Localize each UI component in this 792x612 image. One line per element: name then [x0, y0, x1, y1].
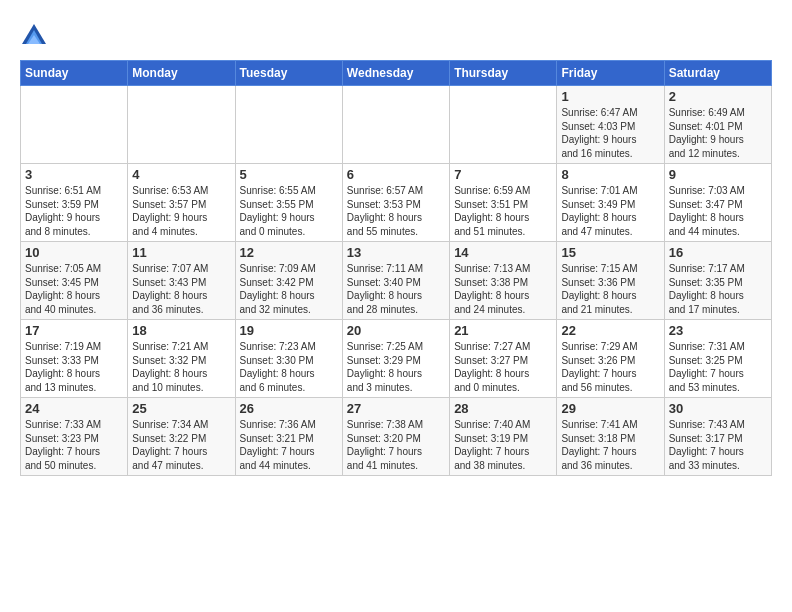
- calendar-week-row: 17Sunrise: 7:19 AM Sunset: 3:33 PM Dayli…: [21, 320, 772, 398]
- day-number: 8: [561, 167, 659, 182]
- day-info: Sunrise: 6:47 AM Sunset: 4:03 PM Dayligh…: [561, 106, 659, 160]
- day-number: 27: [347, 401, 445, 416]
- calendar-cell: 22Sunrise: 7:29 AM Sunset: 3:26 PM Dayli…: [557, 320, 664, 398]
- day-number: 5: [240, 167, 338, 182]
- calendar-cell: 18Sunrise: 7:21 AM Sunset: 3:32 PM Dayli…: [128, 320, 235, 398]
- calendar-week-row: 10Sunrise: 7:05 AM Sunset: 3:45 PM Dayli…: [21, 242, 772, 320]
- day-number: 2: [669, 89, 767, 104]
- day-number: 7: [454, 167, 552, 182]
- day-number: 25: [132, 401, 230, 416]
- day-info: Sunrise: 6:49 AM Sunset: 4:01 PM Dayligh…: [669, 106, 767, 160]
- day-info: Sunrise: 7:07 AM Sunset: 3:43 PM Dayligh…: [132, 262, 230, 316]
- day-info: Sunrise: 7:01 AM Sunset: 3:49 PM Dayligh…: [561, 184, 659, 238]
- day-info: Sunrise: 7:09 AM Sunset: 3:42 PM Dayligh…: [240, 262, 338, 316]
- calendar-cell: 3Sunrise: 6:51 AM Sunset: 3:59 PM Daylig…: [21, 164, 128, 242]
- day-number: 3: [25, 167, 123, 182]
- calendar-cell: 23Sunrise: 7:31 AM Sunset: 3:25 PM Dayli…: [664, 320, 771, 398]
- calendar-cell: 11Sunrise: 7:07 AM Sunset: 3:43 PM Dayli…: [128, 242, 235, 320]
- calendar-cell: 2Sunrise: 6:49 AM Sunset: 4:01 PM Daylig…: [664, 86, 771, 164]
- day-info: Sunrise: 6:57 AM Sunset: 3:53 PM Dayligh…: [347, 184, 445, 238]
- calendar-cell: 25Sunrise: 7:34 AM Sunset: 3:22 PM Dayli…: [128, 398, 235, 476]
- day-number: 24: [25, 401, 123, 416]
- calendar-week-row: 24Sunrise: 7:33 AM Sunset: 3:23 PM Dayli…: [21, 398, 772, 476]
- header-sunday: Sunday: [21, 61, 128, 86]
- calendar-cell: 9Sunrise: 7:03 AM Sunset: 3:47 PM Daylig…: [664, 164, 771, 242]
- calendar-cell: 27Sunrise: 7:38 AM Sunset: 3:20 PM Dayli…: [342, 398, 449, 476]
- calendar-week-row: 3Sunrise: 6:51 AM Sunset: 3:59 PM Daylig…: [21, 164, 772, 242]
- logo: [20, 22, 52, 50]
- header-monday: Monday: [128, 61, 235, 86]
- calendar-cell: 15Sunrise: 7:15 AM Sunset: 3:36 PM Dayli…: [557, 242, 664, 320]
- calendar-cell: 10Sunrise: 7:05 AM Sunset: 3:45 PM Dayli…: [21, 242, 128, 320]
- calendar-cell: 29Sunrise: 7:41 AM Sunset: 3:18 PM Dayli…: [557, 398, 664, 476]
- day-info: Sunrise: 7:15 AM Sunset: 3:36 PM Dayligh…: [561, 262, 659, 316]
- calendar-cell: [450, 86, 557, 164]
- calendar-cell: 1Sunrise: 6:47 AM Sunset: 4:03 PM Daylig…: [557, 86, 664, 164]
- header-wednesday: Wednesday: [342, 61, 449, 86]
- day-info: Sunrise: 7:19 AM Sunset: 3:33 PM Dayligh…: [25, 340, 123, 394]
- day-info: Sunrise: 7:33 AM Sunset: 3:23 PM Dayligh…: [25, 418, 123, 472]
- calendar-cell: [235, 86, 342, 164]
- day-info: Sunrise: 7:36 AM Sunset: 3:21 PM Dayligh…: [240, 418, 338, 472]
- calendar-cell: 28Sunrise: 7:40 AM Sunset: 3:19 PM Dayli…: [450, 398, 557, 476]
- day-number: 29: [561, 401, 659, 416]
- logo-icon: [20, 22, 48, 50]
- day-info: Sunrise: 7:21 AM Sunset: 3:32 PM Dayligh…: [132, 340, 230, 394]
- day-number: 22: [561, 323, 659, 338]
- day-number: 30: [669, 401, 767, 416]
- day-number: 14: [454, 245, 552, 260]
- calendar-table: SundayMondayTuesdayWednesdayThursdayFrid…: [20, 60, 772, 476]
- day-number: 12: [240, 245, 338, 260]
- calendar-week-row: 1Sunrise: 6:47 AM Sunset: 4:03 PM Daylig…: [21, 86, 772, 164]
- calendar-cell: 5Sunrise: 6:55 AM Sunset: 3:55 PM Daylig…: [235, 164, 342, 242]
- day-info: Sunrise: 7:38 AM Sunset: 3:20 PM Dayligh…: [347, 418, 445, 472]
- calendar-header-row: SundayMondayTuesdayWednesdayThursdayFrid…: [21, 61, 772, 86]
- day-info: Sunrise: 7:34 AM Sunset: 3:22 PM Dayligh…: [132, 418, 230, 472]
- header-saturday: Saturday: [664, 61, 771, 86]
- day-info: Sunrise: 7:31 AM Sunset: 3:25 PM Dayligh…: [669, 340, 767, 394]
- calendar-cell: 13Sunrise: 7:11 AM Sunset: 3:40 PM Dayli…: [342, 242, 449, 320]
- day-info: Sunrise: 7:03 AM Sunset: 3:47 PM Dayligh…: [669, 184, 767, 238]
- calendar-cell: 7Sunrise: 6:59 AM Sunset: 3:51 PM Daylig…: [450, 164, 557, 242]
- day-info: Sunrise: 7:13 AM Sunset: 3:38 PM Dayligh…: [454, 262, 552, 316]
- day-info: Sunrise: 7:29 AM Sunset: 3:26 PM Dayligh…: [561, 340, 659, 394]
- calendar-cell: 4Sunrise: 6:53 AM Sunset: 3:57 PM Daylig…: [128, 164, 235, 242]
- day-number: 28: [454, 401, 552, 416]
- day-number: 11: [132, 245, 230, 260]
- day-number: 16: [669, 245, 767, 260]
- day-number: 23: [669, 323, 767, 338]
- calendar-cell: 6Sunrise: 6:57 AM Sunset: 3:53 PM Daylig…: [342, 164, 449, 242]
- calendar-cell: [21, 86, 128, 164]
- day-info: Sunrise: 7:25 AM Sunset: 3:29 PM Dayligh…: [347, 340, 445, 394]
- header-tuesday: Tuesday: [235, 61, 342, 86]
- day-number: 20: [347, 323, 445, 338]
- day-info: Sunrise: 6:55 AM Sunset: 3:55 PM Dayligh…: [240, 184, 338, 238]
- calendar-cell: 16Sunrise: 7:17 AM Sunset: 3:35 PM Dayli…: [664, 242, 771, 320]
- day-info: Sunrise: 6:59 AM Sunset: 3:51 PM Dayligh…: [454, 184, 552, 238]
- day-number: 4: [132, 167, 230, 182]
- day-info: Sunrise: 6:53 AM Sunset: 3:57 PM Dayligh…: [132, 184, 230, 238]
- calendar-cell: [342, 86, 449, 164]
- day-number: 19: [240, 323, 338, 338]
- day-number: 17: [25, 323, 123, 338]
- page-header: [20, 18, 772, 50]
- day-number: 18: [132, 323, 230, 338]
- day-number: 13: [347, 245, 445, 260]
- day-info: Sunrise: 7:05 AM Sunset: 3:45 PM Dayligh…: [25, 262, 123, 316]
- day-number: 15: [561, 245, 659, 260]
- calendar-cell: 30Sunrise: 7:43 AM Sunset: 3:17 PM Dayli…: [664, 398, 771, 476]
- day-number: 1: [561, 89, 659, 104]
- day-info: Sunrise: 7:41 AM Sunset: 3:18 PM Dayligh…: [561, 418, 659, 472]
- day-info: Sunrise: 7:40 AM Sunset: 3:19 PM Dayligh…: [454, 418, 552, 472]
- calendar-cell: [128, 86, 235, 164]
- header-thursday: Thursday: [450, 61, 557, 86]
- day-info: Sunrise: 7:27 AM Sunset: 3:27 PM Dayligh…: [454, 340, 552, 394]
- day-info: Sunrise: 7:23 AM Sunset: 3:30 PM Dayligh…: [240, 340, 338, 394]
- calendar-cell: 14Sunrise: 7:13 AM Sunset: 3:38 PM Dayli…: [450, 242, 557, 320]
- page-container: SundayMondayTuesdayWednesdayThursdayFrid…: [0, 0, 792, 486]
- calendar-cell: 21Sunrise: 7:27 AM Sunset: 3:27 PM Dayli…: [450, 320, 557, 398]
- day-number: 6: [347, 167, 445, 182]
- day-number: 9: [669, 167, 767, 182]
- day-number: 21: [454, 323, 552, 338]
- day-info: Sunrise: 6:51 AM Sunset: 3:59 PM Dayligh…: [25, 184, 123, 238]
